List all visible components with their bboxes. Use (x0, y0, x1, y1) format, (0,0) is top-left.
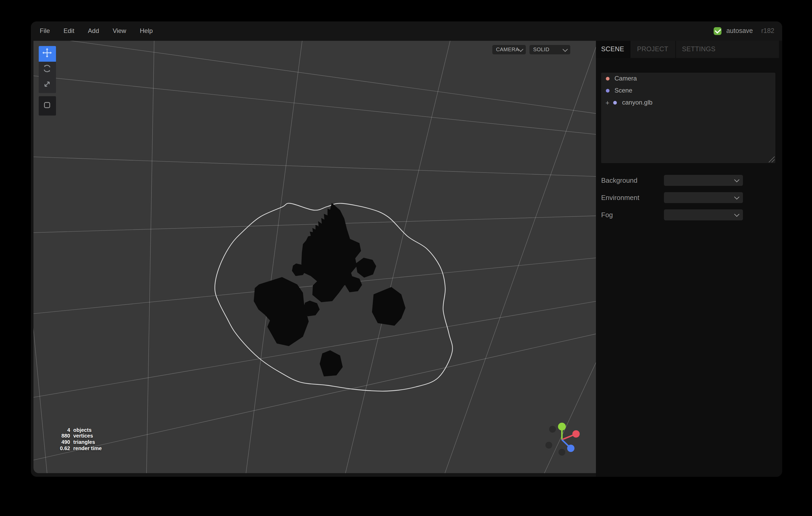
menubar: FileEditAddViewHelp autosave r182 (31, 22, 782, 40)
prop-row-environment: Environment (596, 189, 782, 206)
chevron-down-icon (734, 212, 739, 216)
resize-handle[interactable] (768, 156, 775, 162)
axis-negative-dot[interactable] (545, 442, 552, 448)
tab-project[interactable]: PROJECT (630, 40, 675, 58)
camera-mode-select[interactable]: CAMERA (492, 45, 526, 54)
shading-value: SOLID (533, 47, 549, 53)
chevron-down-icon (518, 46, 523, 51)
tab-settings[interactable]: SETTINGS (675, 40, 722, 58)
menu-item-edit[interactable]: Edit (64, 27, 74, 35)
local-world-toggle-button[interactable] (39, 96, 56, 116)
stat-label: objects (73, 427, 92, 433)
background-label: Background (601, 177, 638, 184)
screen: FileEditAddViewHelp autosave r182 (0, 0, 812, 516)
tab-scene[interactable]: SCENE (596, 40, 630, 58)
fog-select[interactable] (664, 209, 743, 220)
autosave-checkbox[interactable] (714, 27, 722, 35)
grid-line (541, 40, 596, 473)
object-type-dot (606, 77, 609, 80)
translate-tool-button[interactable] (39, 46, 56, 62)
transform-tools (39, 46, 56, 93)
render-stats: 4objects880vertices490triangles0.62rende… (44, 427, 102, 451)
menubar-right: autosave r182 (714, 27, 782, 35)
background-select[interactable] (664, 175, 743, 186)
axis-negative-dot[interactable] (549, 426, 556, 432)
object-type-dot (613, 101, 617, 104)
check-icon (715, 28, 721, 34)
rotate-icon (41, 63, 53, 76)
prop-row-fog: Fog (596, 206, 782, 223)
translate-icon (41, 47, 53, 61)
outliner-panel[interactable]: CameraScene+canyon.glb (601, 72, 775, 163)
grid-line (245, 40, 304, 473)
sidebar: SCENEPROJECTSETTINGS CameraScene+canyon.… (596, 40, 782, 477)
stat-value: 4 (44, 427, 70, 433)
rotate-tool-button[interactable] (39, 62, 56, 78)
stat-value: 490 (44, 439, 70, 446)
chevron-down-icon (734, 177, 739, 182)
stat-row: 4objects (44, 427, 102, 433)
menu-item-view[interactable]: View (113, 27, 126, 35)
chevron-down-icon (734, 194, 739, 199)
stat-label: vertices (73, 433, 93, 439)
shading-select[interactable]: SOLID (529, 45, 570, 54)
grid-line (33, 156, 596, 179)
axis-y-dot[interactable] (558, 422, 566, 430)
outliner-item-camera[interactable]: Camera (601, 72, 775, 85)
autosave-label: autosave (726, 27, 753, 35)
object-type-dot (606, 89, 609, 92)
menu-items: FileEditAddViewHelp (31, 27, 153, 35)
threejs-editor-window: FileEditAddViewHelp autosave r182 (31, 22, 782, 477)
scale-tool-button[interactable] (39, 78, 56, 93)
object-label: Scene (614, 87, 632, 94)
rock-mesh[interactable] (356, 257, 376, 277)
stat-row: 880vertices (44, 433, 102, 439)
rock-mesh[interactable] (372, 287, 405, 326)
sidebar-tabs: SCENEPROJECTSETTINGS (596, 40, 779, 58)
outliner-item-scene[interactable]: Scene (601, 85, 775, 96)
rock-mesh[interactable] (320, 350, 343, 376)
grid-line (146, 40, 154, 473)
grid-line (442, 40, 596, 473)
menu-item-help[interactable]: Help (140, 27, 152, 35)
object-label: Camera (614, 75, 637, 82)
environment-select[interactable] (664, 192, 743, 203)
rock-meshes[interactable] (254, 203, 405, 376)
content-area: CAMERA SOLID 4objects880vertices490trian… (31, 40, 782, 477)
menu-item-add[interactable]: Add (88, 27, 99, 35)
grid-line (33, 74, 596, 141)
axis-x-dot[interactable] (572, 430, 580, 437)
grid-line (344, 40, 454, 473)
axis-z-dot[interactable] (567, 444, 575, 452)
prop-row-background: Background (596, 172, 782, 189)
camera-mode-value: CAMERA (496, 47, 519, 53)
scale-icon (41, 79, 53, 92)
stat-label: triangles (73, 439, 95, 446)
version-label: r182 (761, 27, 774, 35)
grid-line (33, 319, 596, 463)
world-space-icon (41, 99, 53, 113)
outliner-item-canyon-glb[interactable]: +canyon.glb (601, 96, 775, 109)
stat-value: 880 (44, 433, 70, 439)
fog-label: Fog (601, 211, 613, 219)
scene-canvas[interactable] (33, 40, 596, 473)
toolbar (39, 46, 56, 116)
stat-row: 490triangles (44, 439, 102, 446)
chevron-down-icon (562, 46, 567, 51)
rock-mesh[interactable] (345, 276, 362, 292)
axis-gizmo[interactable] (545, 422, 580, 455)
stat-label: render time (73, 446, 102, 452)
expand-toggle[interactable]: + (604, 98, 611, 107)
menu-item-file[interactable]: File (40, 27, 50, 35)
stat-value: 0.62 (44, 446, 70, 452)
axis-negative-dot[interactable] (558, 449, 565, 455)
object-label: canyon.glb (622, 99, 652, 106)
environment-label: Environment (601, 194, 639, 202)
viewport[interactable]: CAMERA SOLID 4objects880vertices490trian… (33, 40, 596, 473)
stat-row: 0.62render time (44, 446, 102, 452)
rock-mesh[interactable] (254, 277, 309, 346)
